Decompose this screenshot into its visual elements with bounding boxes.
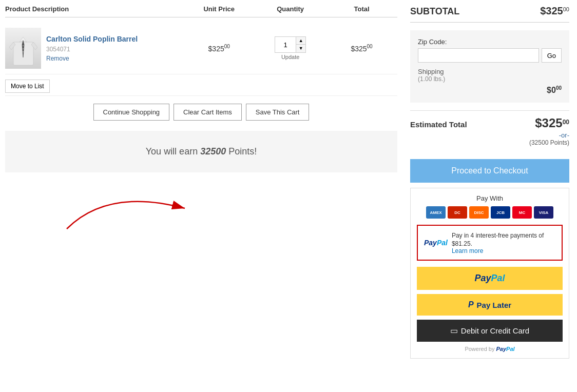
svg-point-6 bbox=[23, 48, 24, 49]
subtotal-sup: 00 bbox=[563, 6, 569, 12]
learn-more-link[interactable]: Learn more bbox=[452, 247, 555, 254]
product-sku: 3054071 bbox=[46, 46, 138, 53]
shipping-value: $000 bbox=[418, 85, 562, 95]
powered-by-label: Powered by PayPal bbox=[417, 346, 563, 352]
item-unit-price: $325 bbox=[208, 45, 224, 53]
amex-icon: AMEX bbox=[426, 206, 446, 219]
paypal-button[interactable]: PayPal bbox=[417, 267, 563, 290]
zip-section: Zip Code: Go Shipping (1.00 lbs.) $000 bbox=[410, 30, 569, 103]
cart-actions: Continue Shopping Clear Cart Items Save … bbox=[5, 95, 397, 128]
zip-input[interactable] bbox=[418, 48, 539, 63]
header-product-description: Product Description bbox=[5, 5, 183, 13]
svg-point-7 bbox=[23, 51, 24, 52]
svg-point-5 bbox=[23, 45, 24, 46]
points-banner: You will earn 32500 Points! bbox=[5, 131, 397, 172]
pay-later-label: Pay Later bbox=[477, 301, 512, 309]
item-total-price: $325 bbox=[351, 45, 367, 53]
paypal-btn-logo: PayPal bbox=[474, 273, 505, 284]
estimated-sup: 00 bbox=[563, 119, 569, 126]
visa-icon: VISA bbox=[534, 206, 553, 219]
product-name: Carlton Solid Poplin Barrel bbox=[46, 35, 138, 43]
item-total-price-sup: 00 bbox=[367, 44, 373, 49]
cart-item: Carlton Solid Poplin Barrel 3054071 Remo… bbox=[5, 23, 397, 74]
arrow-annotation bbox=[5, 172, 397, 236]
shipping-weight: (1.00 lbs.) bbox=[418, 75, 562, 83]
shipping-label: Shipping bbox=[418, 68, 562, 75]
quantity-input[interactable] bbox=[275, 37, 296, 52]
debit-credit-button[interactable]: ▭ Debit or Credit Card bbox=[417, 320, 563, 342]
clear-cart-button[interactable]: Clear Cart Items bbox=[174, 104, 242, 121]
qty-up-arrow[interactable]: ▲ bbox=[296, 37, 305, 45]
paypal-logo-small: PayPal bbox=[424, 239, 448, 247]
points-text-after: Points! bbox=[226, 146, 257, 156]
subtotal-header: SUBTOTAL $32500 bbox=[410, 5, 569, 23]
pay-with-label: Pay With bbox=[417, 194, 563, 202]
points-value: 32500 bbox=[200, 146, 226, 156]
installment-text: Pay in 4 interest-free payments of $81.2… bbox=[452, 232, 544, 247]
estimated-points-alt: (32500 Points) bbox=[410, 139, 569, 146]
pay-later-button[interactable]: P Pay Later bbox=[417, 294, 563, 316]
subtotal-label: SUBTOTAL bbox=[410, 6, 459, 17]
checkout-button[interactable]: Proceed to Checkout bbox=[410, 159, 569, 183]
estimated-value: $32500 bbox=[535, 116, 569, 130]
paypal-installment-box: PayPal Pay in 4 interest-free payments o… bbox=[417, 225, 563, 261]
jcb-icon: JCB bbox=[491, 206, 510, 219]
header-quantity: Quantity bbox=[255, 5, 326, 13]
debit-credit-label: Debit or Credit Card bbox=[461, 326, 529, 335]
or-label: -or- bbox=[410, 131, 569, 139]
pay-later-logo-p: P bbox=[468, 300, 474, 309]
update-label: Update bbox=[255, 54, 326, 60]
subtotal-value: $32500 bbox=[540, 5, 569, 17]
move-to-list-button[interactable]: Move to List bbox=[5, 80, 50, 93]
qty-down-arrow[interactable]: ▼ bbox=[296, 45, 305, 52]
item-unit-price-sup: 00 bbox=[224, 44, 230, 49]
quantity-stepper[interactable]: ▲ ▼ bbox=[275, 36, 306, 53]
header-total: Total bbox=[326, 5, 397, 13]
pay-with-section: Pay With AMEX DC DISC JCB MC VISA PayPal… bbox=[410, 188, 569, 359]
product-image bbox=[5, 28, 41, 69]
powered-paypal-logo: PayPal bbox=[496, 346, 515, 352]
points-text-before: You will earn bbox=[146, 146, 200, 156]
remove-link[interactable]: Remove bbox=[46, 55, 138, 62]
discover-icon: DISC bbox=[469, 206, 489, 219]
header-unit-price: Unit Price bbox=[183, 5, 255, 13]
estimated-label: Estimated Total bbox=[410, 120, 467, 129]
continue-shopping-button[interactable]: Continue Shopping bbox=[93, 104, 170, 121]
zip-go-button[interactable]: Go bbox=[542, 48, 562, 63]
estimated-section: Estimated Total $32500 -or- (32500 Point… bbox=[410, 110, 569, 151]
card-icons: AMEX DC DISC JCB MC VISA bbox=[417, 206, 563, 219]
diners-icon: DC bbox=[448, 206, 467, 219]
save-cart-button[interactable]: Save This Cart bbox=[246, 104, 310, 121]
card-icon-debit: ▭ bbox=[450, 326, 458, 336]
zip-label: Zip Code: bbox=[418, 38, 562, 46]
mastercard-icon: MC bbox=[512, 206, 532, 219]
